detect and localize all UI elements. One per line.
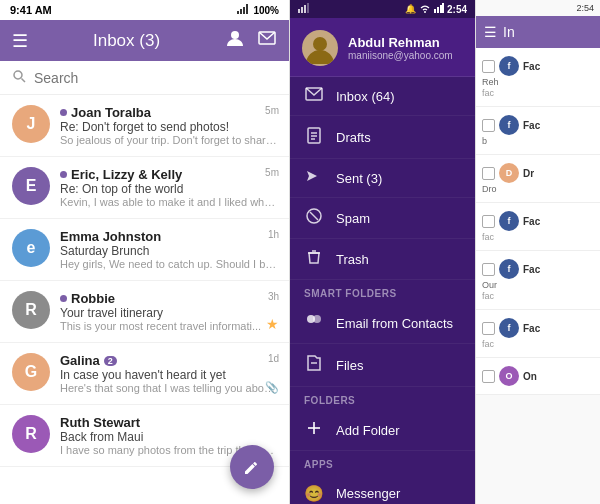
drawer-item-icon xyxy=(304,249,324,269)
smart-folder-item[interactable]: Email from Contacts xyxy=(290,303,475,344)
star-icon: ★ xyxy=(266,316,279,332)
search-icon xyxy=(12,69,26,86)
right-subject: Dro xyxy=(482,184,594,194)
right-sender: Dr xyxy=(523,168,534,179)
smart-folders-header: Smart Folders xyxy=(290,280,475,303)
drawer-item-label: Trash xyxy=(336,252,369,267)
drawer-item[interactable]: Trash xyxy=(290,239,475,280)
drawer-item-label: Sent (3) xyxy=(336,171,382,186)
email-item[interactable]: JJoan ToralbaRe: Don't forget to send ph… xyxy=(0,95,289,157)
sender-name: Robbie xyxy=(60,291,277,306)
email-preview: Hey girls, We need to catch up. Should I… xyxy=(60,258,277,270)
email-time: 1d xyxy=(268,353,279,364)
email-time: 5m xyxy=(265,167,279,178)
email-item[interactable]: EEric, Lizzy & KellyRe: On top of the wo… xyxy=(0,157,289,219)
email-badge: 2 xyxy=(104,356,117,366)
right-email-item[interactable]: fFacfac xyxy=(476,203,600,251)
email-checkbox[interactable] xyxy=(482,60,495,73)
profile-icon[interactable] xyxy=(225,28,245,53)
sender-name: Joan Toralba xyxy=(60,105,277,120)
email-checkbox[interactable] xyxy=(482,370,495,383)
right-email-row1: fFac xyxy=(482,318,594,338)
right-email-item[interactable]: fFacfac xyxy=(476,310,600,358)
email-content: Emma JohnstonSaturday BrunchHey girls, W… xyxy=(60,229,277,270)
email-subject: Saturday Brunch xyxy=(60,244,277,258)
right-subject: Our xyxy=(482,280,594,290)
profile-avatar xyxy=(302,30,338,66)
right-email-item[interactable]: fFacRehfac xyxy=(476,48,600,107)
smart-folder-icon xyxy=(304,313,324,333)
attachment-icon: 📎 xyxy=(265,381,279,394)
app-item-label: Messenger xyxy=(336,486,400,501)
app-item[interactable]: 😊Messenger xyxy=(290,474,475,504)
compose-icon[interactable] xyxy=(257,28,277,53)
right-email-item[interactable]: OOn xyxy=(476,358,600,395)
email-checkbox[interactable] xyxy=(482,215,495,228)
folder-item[interactable]: Add Folder xyxy=(290,410,475,451)
email-checkbox[interactable] xyxy=(482,322,495,335)
drawer-item-icon xyxy=(304,169,324,187)
right-time: 2:54 xyxy=(576,3,594,13)
avatar: e xyxy=(12,229,50,267)
svg-rect-8 xyxy=(298,9,300,13)
drawer-item[interactable]: Drafts xyxy=(290,116,475,159)
right-avatar: f xyxy=(499,56,519,76)
drawer-item[interactable]: Sent (3) xyxy=(290,159,475,198)
smart-folder-icon xyxy=(304,354,324,376)
right-sender: Fac xyxy=(523,61,540,72)
sender-name: Galina2 xyxy=(60,353,277,368)
email-checkbox[interactable] xyxy=(482,167,495,180)
menu-icon[interactable]: ☰ xyxy=(12,30,28,52)
right-toolbar: ☰ In xyxy=(476,16,600,48)
battery-text: 100% xyxy=(253,5,279,16)
signal-icon-mid xyxy=(434,3,444,15)
drawer-item-label: Drafts xyxy=(336,130,371,145)
notification-icon: 🔔 xyxy=(405,4,416,14)
messenger-icon: 😊 xyxy=(304,484,324,503)
email-content: Eric, Lizzy & KellyRe: On top of the wor… xyxy=(60,167,277,208)
svg-rect-1 xyxy=(240,9,242,14)
right-email-item[interactable]: fFacOurfac xyxy=(476,251,600,310)
search-input[interactable] xyxy=(34,70,277,86)
smart-folder-label: Email from Contacts xyxy=(336,316,453,331)
right-email-item[interactable]: fFacb xyxy=(476,107,600,155)
drawer-email: maniisone@yahoo.com xyxy=(348,50,453,61)
email-subject: Re: On top of the world xyxy=(60,182,277,196)
right-avatar: f xyxy=(499,115,519,135)
right-preview: fac xyxy=(482,88,594,98)
compose-fab[interactable] xyxy=(230,445,274,489)
email-checkbox[interactable] xyxy=(482,263,495,276)
middle-status-left xyxy=(298,3,312,15)
email-time: 3h xyxy=(268,291,279,302)
svg-rect-3 xyxy=(246,4,248,14)
right-sender: Fac xyxy=(523,264,540,275)
drawer-item-label: Spam xyxy=(336,211,370,226)
left-panel: 9:41 AM 100% ☰ Inbox (3) JJoan ToralbaRe… xyxy=(0,0,290,504)
right-email-row1: DDr xyxy=(482,163,594,183)
email-item[interactable]: RRobbieYour travel itineraryThis is your… xyxy=(0,281,289,343)
email-list: JJoan ToralbaRe: Don't forget to send ph… xyxy=(0,95,289,504)
email-item[interactable]: eEmma JohnstonSaturday BrunchHey girls, … xyxy=(0,219,289,281)
email-subject: Back from Maui xyxy=(60,430,277,444)
right-sender: Fac xyxy=(523,120,540,131)
smart-folder-label: Files xyxy=(336,358,363,373)
drawer-item[interactable]: Inbox (64) xyxy=(290,77,475,116)
right-avatar: f xyxy=(499,211,519,231)
left-status-right: 100% xyxy=(237,4,279,16)
add-folder-icon xyxy=(304,420,324,440)
email-item[interactable]: GGalina2In case you haven't heard it yet… xyxy=(0,343,289,405)
drawer-items: Inbox (64)DraftsSent (3)SpamTrashSmart F… xyxy=(290,77,475,504)
drawer-item-icon xyxy=(304,208,324,228)
right-sender: Fac xyxy=(523,323,540,334)
drawer-item[interactable]: Spam xyxy=(290,198,475,239)
middle-panel: 🔔 2:54 Abdul Rehman maniisone@yahoo.com … xyxy=(290,0,475,504)
svg-point-4 xyxy=(231,31,239,39)
email-checkbox[interactable] xyxy=(482,119,495,132)
smart-folder-item[interactable]: Files xyxy=(290,344,475,387)
folder-item-label: Add Folder xyxy=(336,423,400,438)
right-menu-icon[interactable]: ☰ xyxy=(484,24,497,40)
svg-rect-11 xyxy=(307,3,309,13)
drawer-item-icon xyxy=(304,87,324,105)
right-email-item[interactable]: DDrDro xyxy=(476,155,600,203)
right-preview: fac xyxy=(482,339,594,349)
